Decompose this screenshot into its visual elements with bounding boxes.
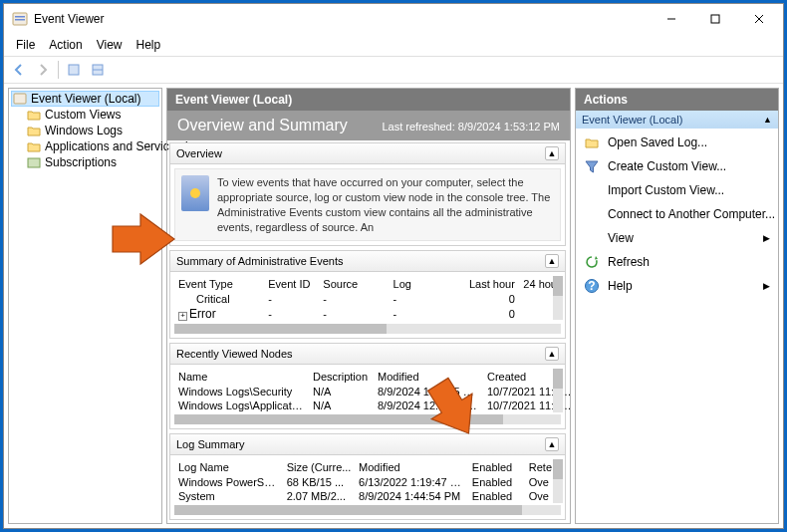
toolbar-button-2[interactable] xyxy=(87,59,109,81)
tree-subscriptions[interactable]: Subscriptions xyxy=(11,154,159,170)
table-header-row: Log Name Size (Curre... Modified Enabled… xyxy=(174,459,561,475)
table-header-row: Name Description Modified Created xyxy=(174,369,570,385)
menu-help[interactable]: Help xyxy=(131,36,167,54)
table-row[interactable]: Windows Logs\ApplicationN/A8/9/2024 12:4… xyxy=(174,399,570,412)
expander-icon[interactable]: + xyxy=(178,312,187,321)
action-label: Open Saved Log... xyxy=(608,135,707,149)
actions-header: Actions xyxy=(576,89,778,111)
overview-text: To view events that have occurred on you… xyxy=(217,175,554,234)
last-refreshed: Last refreshed: 8/9/2024 1:53:12 PM xyxy=(382,121,560,133)
actions-pane: Actions Event Viewer (Local) ▲ Open Save… xyxy=(575,88,779,524)
titlebar: Event Viewer xyxy=(4,4,783,34)
folder-icon xyxy=(27,124,41,137)
svg-rect-7 xyxy=(69,65,79,75)
tree-apps-services-logs[interactable]: Applications and Services Logs xyxy=(11,138,159,154)
svg-rect-11 xyxy=(28,158,40,167)
subscriptions-icon xyxy=(27,155,41,169)
tree-custom-views[interactable]: Custom Views xyxy=(11,107,159,123)
svg-rect-4 xyxy=(711,15,719,23)
folder-open-icon xyxy=(584,134,600,150)
collapse-toggle[interactable]: ▲ xyxy=(763,115,772,125)
forward-button[interactable] xyxy=(32,59,54,81)
action-import-custom-view[interactable]: Import Custom View... xyxy=(576,178,778,202)
section-title: Recently Viewed Nodes xyxy=(176,348,293,360)
menubar: File Action View Help xyxy=(4,34,783,56)
blank-icon xyxy=(584,182,600,198)
collapse-toggle[interactable]: ▲ xyxy=(545,254,559,268)
summary-table: Event Type Event ID Source Log Last hour… xyxy=(174,276,561,322)
center-title: Event Viewer (Local) xyxy=(167,89,570,111)
action-create-custom-view[interactable]: Create Custom View... xyxy=(576,154,778,178)
action-label: Help xyxy=(608,279,633,293)
actions-group-label: Event Viewer (Local) xyxy=(582,114,682,126)
table-row[interactable]: Windows Logs\SecurityN/A8/9/2024 1:53:35… xyxy=(174,385,570,399)
maximize-button[interactable] xyxy=(693,5,737,33)
horizontal-scrollbar[interactable] xyxy=(174,324,561,334)
action-open-saved-log[interactable]: Open Saved Log... xyxy=(576,131,778,154)
tree-label: Subscriptions xyxy=(45,155,117,169)
action-label: Import Custom View... xyxy=(608,183,724,197)
action-label: Connect to Another Computer... xyxy=(608,207,775,221)
vertical-scrollbar[interactable] xyxy=(553,459,563,503)
tree-root-event-viewer[interactable]: Event Viewer (Local) xyxy=(11,91,159,107)
overview-banner: Overview and Summary Last refreshed: 8/9… xyxy=(167,111,570,140)
close-button[interactable] xyxy=(737,5,781,33)
log-summary-section: Log Summary▲ Log Name Size (Curre... Mod… xyxy=(169,433,566,520)
collapse-toggle[interactable]: ▲ xyxy=(545,146,559,160)
menu-action[interactable]: Action xyxy=(43,36,88,54)
blank-icon xyxy=(584,230,600,246)
app-window: Event Viewer File Action View Help Event… xyxy=(3,3,784,529)
overview-heading: Overview and Summary xyxy=(177,117,348,134)
event-viewer-icon xyxy=(13,92,27,106)
tree-windows-logs[interactable]: Windows Logs xyxy=(11,123,159,138)
overview-icon xyxy=(181,175,209,211)
horizontal-scrollbar[interactable] xyxy=(174,505,561,515)
filter-icon xyxy=(584,158,600,174)
folder-icon xyxy=(27,139,41,153)
log-table: Log Name Size (Curre... Modified Enabled… xyxy=(174,459,561,503)
menu-file[interactable]: File xyxy=(10,36,41,54)
table-row[interactable]: Critical --- 0 xyxy=(174,292,561,306)
minimize-button[interactable] xyxy=(650,5,693,33)
table-row[interactable]: Windows PowerShell68 KB/15 ...6/13/2022 … xyxy=(174,475,561,489)
center-pane: Event Viewer (Local) Overview and Summar… xyxy=(166,88,571,524)
toolbar xyxy=(4,56,783,84)
tree-root-label: Event Viewer (Local) xyxy=(31,92,141,106)
actions-group-header[interactable]: Event Viewer (Local) ▲ xyxy=(576,111,778,129)
menu-view[interactable]: View xyxy=(91,36,129,54)
collapse-toggle[interactable]: ▲ xyxy=(545,437,559,451)
table-row[interactable]: +Error --- 0 xyxy=(174,306,561,322)
table-row[interactable]: System2.07 MB/2...8/9/2024 1:44:54 PMEna… xyxy=(174,489,561,503)
tree-label: Custom Views xyxy=(45,108,121,122)
section-title: Log Summary xyxy=(176,438,244,450)
overview-section: Overview▲ To view events that have occur… xyxy=(169,142,566,246)
action-label: Refresh xyxy=(608,255,650,269)
action-label: View xyxy=(608,231,634,245)
recent-section: Recently Viewed Nodes▲ Name Description … xyxy=(169,343,566,429)
collapse-toggle[interactable]: ▲ xyxy=(545,347,559,361)
vertical-scrollbar[interactable] xyxy=(553,369,563,412)
vertical-scrollbar[interactable] xyxy=(553,276,563,320)
svg-rect-2 xyxy=(15,19,25,21)
blank-icon xyxy=(584,206,600,222)
back-button[interactable] xyxy=(8,59,30,81)
console-tree-pane: Event Viewer (Local) Custom Views Window… xyxy=(8,88,162,524)
submenu-arrow-icon: ▶ xyxy=(763,281,770,291)
section-title: Summary of Administrative Events xyxy=(176,255,344,267)
horizontal-scrollbar[interactable] xyxy=(174,414,561,424)
toolbar-button-1[interactable] xyxy=(63,59,85,81)
action-refresh[interactable]: Refresh xyxy=(576,250,778,274)
help-icon: ? xyxy=(584,278,600,294)
action-view[interactable]: View▶ xyxy=(576,226,778,250)
tree-label: Windows Logs xyxy=(45,124,123,137)
summary-section: Summary of Administrative Events▲ Event … xyxy=(169,250,566,339)
folder-icon xyxy=(27,108,41,122)
action-help[interactable]: ?Help▶ xyxy=(576,274,778,298)
refresh-icon xyxy=(584,254,600,270)
svg-text:?: ? xyxy=(588,279,595,293)
action-connect-computer[interactable]: Connect to Another Computer... xyxy=(576,202,778,226)
submenu-arrow-icon: ▶ xyxy=(763,233,770,243)
svg-rect-1 xyxy=(15,16,25,18)
action-label: Create Custom View... xyxy=(608,159,726,173)
app-icon xyxy=(12,11,28,27)
